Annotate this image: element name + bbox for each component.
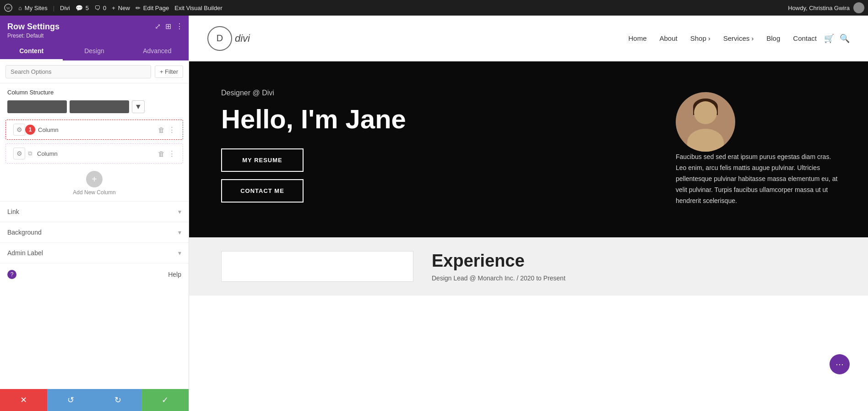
nav-services[interactable]: Services ›: [723, 34, 754, 42]
divi-label[interactable]: Divi: [60, 5, 70, 11]
wordpress-icon: W: [4, 3, 13, 12]
hero-description: Faucibus sed sed erat ipsum purus egesta…: [676, 152, 841, 206]
wp-icon-group[interactable]: W: [4, 3, 13, 12]
wp-admin-bar: W ⌂ My Sites | Divi 💬 5 🗨 0 + New ✏ Edit…: [0, 0, 868, 16]
avatar: [676, 92, 735, 152]
link-chevron-icon: ▾: [178, 208, 181, 215]
column-2-clone-icon[interactable]: ⧉: [25, 149, 34, 158]
expand-icon[interactable]: ⤢: [155, 22, 161, 31]
exit-builder-label[interactable]: Exit Visual Builder: [174, 5, 222, 11]
tab-design[interactable]: Design: [63, 43, 125, 60]
column-1-more-icon[interactable]: ⋮: [168, 126, 175, 134]
resume-button[interactable]: MY RESUME: [221, 148, 304, 172]
search-icon[interactable]: 🔍: [840, 33, 850, 44]
lower-right: Experience Design Lead @ Monarch Inc. / …: [432, 251, 845, 282]
shop-chevron-icon: ›: [708, 34, 711, 42]
main-layout: Row Settings Preset: Default ⤢ ⊞ ⋮ Conte…: [0, 16, 868, 411]
hero-subtitle: Designer @ Divi: [221, 89, 639, 97]
my-sites-group[interactable]: ⌂ My Sites: [18, 5, 48, 11]
site-nav: D divi Home About Shop › Services › Blog…: [189, 16, 868, 61]
site-logo: D divi: [207, 26, 250, 51]
float-button[interactable]: ⋯: [830, 354, 850, 374]
column-2-label: Column: [37, 150, 158, 157]
column-2-more-icon[interactable]: ⋮: [168, 149, 175, 158]
experience-sub: Design Lead @ Monarch Inc. / 2020 to Pre…: [432, 274, 845, 282]
column-layout-wide[interactable]: [7, 100, 67, 113]
contact-button[interactable]: CONTACT ME: [221, 179, 304, 203]
cart-icon[interactable]: 🛒: [824, 33, 834, 44]
column-layout-medium[interactable]: [70, 100, 129, 113]
save-icon: ✓: [162, 395, 168, 405]
cancel-button[interactable]: ✕: [0, 389, 47, 411]
search-row: + Filter: [0, 60, 189, 83]
nav-blog[interactable]: Blog: [766, 34, 780, 42]
pencil-icon: ✏: [136, 5, 141, 11]
undo-button[interactable]: ↺: [47, 389, 94, 411]
more-icon[interactable]: ⋮: [176, 22, 183, 31]
background-chevron-icon: ▾: [178, 229, 181, 236]
admin-label-label: Admin Label: [7, 249, 43, 257]
accordion-link[interactable]: Link ▾: [0, 201, 189, 222]
tab-advanced[interactable]: Advanced: [126, 43, 189, 60]
new-label[interactable]: New: [118, 5, 130, 11]
nav-shop[interactable]: Shop ›: [690, 34, 711, 42]
help-row[interactable]: ? Help: [0, 263, 189, 285]
column-1-label: Column: [38, 126, 158, 133]
message-icon: 🗨: [94, 5, 100, 11]
redo-icon: ↻: [114, 395, 121, 405]
column-layout-arrow[interactable]: ▼: [132, 100, 145, 113]
messages-group[interactable]: 🗨 0: [94, 5, 106, 11]
plus-icon: +: [112, 5, 115, 11]
site-nav-links: Home About Shop › Services › Blog Contac…: [628, 34, 817, 42]
sep1: |: [53, 5, 54, 11]
column-2-actions: 🗑 ⋮: [158, 149, 175, 158]
logo-d: D: [217, 33, 223, 44]
nav-about[interactable]: About: [659, 34, 677, 42]
comments-group[interactable]: 💬 5: [76, 5, 89, 11]
logo-circle: D: [207, 26, 232, 51]
tab-content[interactable]: Content: [0, 43, 63, 60]
exit-builder-group[interactable]: Exit Visual Builder: [174, 5, 222, 11]
cancel-icon: ✕: [20, 395, 27, 405]
redo-button[interactable]: ↻: [94, 389, 141, 411]
user-avatar: [853, 2, 864, 13]
nav-home[interactable]: Home: [628, 34, 646, 42]
lower-section: Experience Design Lead @ Monarch Inc. / …: [189, 237, 868, 296]
help-label: Help: [168, 271, 181, 278]
hero-left: Designer @ Divi Hello, I'm Jane MY RESUM…: [189, 61, 662, 237]
edit-page-label[interactable]: Edit Page: [143, 5, 169, 11]
add-column-icon: +: [86, 171, 103, 187]
save-button[interactable]: ✓: [141, 389, 189, 411]
accordion-admin-label[interactable]: Admin Label ▾: [0, 242, 189, 263]
nav-contact[interactable]: Contact: [793, 34, 817, 42]
column-row-2: ⚙ ⧉ Column 🗑 ⋮: [5, 143, 183, 164]
column-structure-row: ▼: [0, 99, 189, 118]
undo-icon: ↺: [67, 395, 74, 405]
howdy-group[interactable]: Howdy, Christina Gwira: [788, 2, 864, 13]
sidebar-preset: Preset: Default: [7, 33, 181, 39]
my-sites-label[interactable]: My Sites: [25, 5, 48, 11]
divi-group[interactable]: Divi: [60, 5, 70, 11]
columns-icon[interactable]: ⊞: [165, 22, 171, 31]
edit-page-group[interactable]: ✏ Edit Page: [136, 5, 169, 11]
admin-label-chevron-icon: ▾: [178, 249, 181, 257]
sidebar: Row Settings Preset: Default ⤢ ⊞ ⋮ Conte…: [0, 16, 189, 411]
accordion-background[interactable]: Background ▾: [0, 222, 189, 242]
bottom-bar: ✕ ↺ ↻ ✓: [0, 389, 189, 411]
new-group[interactable]: + New: [112, 5, 130, 11]
filter-button[interactable]: + Filter: [155, 66, 183, 78]
hero-right: Faucibus sed sed erat ipsum purus egesta…: [662, 61, 868, 237]
comments-count: 5: [86, 5, 89, 11]
preview-wrapper: D divi Home About Shop › Services › Blog…: [189, 16, 868, 411]
search-input[interactable]: [5, 65, 151, 78]
float-dots-icon[interactable]: ⋯: [830, 354, 850, 374]
add-new-column[interactable]: + Add New Column: [0, 165, 189, 201]
column-1-settings[interactable]: ⚙: [13, 124, 25, 136]
column-1-delete-icon[interactable]: 🗑: [158, 126, 165, 134]
column-structure-label: Column Structure: [0, 83, 189, 99]
filter-label: + Filter: [160, 68, 178, 75]
column-2-delete-icon[interactable]: 🗑: [158, 150, 165, 158]
column-row-1: ⚙ 1 Column 🗑 ⋮: [5, 120, 183, 140]
services-chevron-icon: ›: [751, 34, 754, 42]
column-2-settings[interactable]: ⚙: [13, 148, 25, 159]
